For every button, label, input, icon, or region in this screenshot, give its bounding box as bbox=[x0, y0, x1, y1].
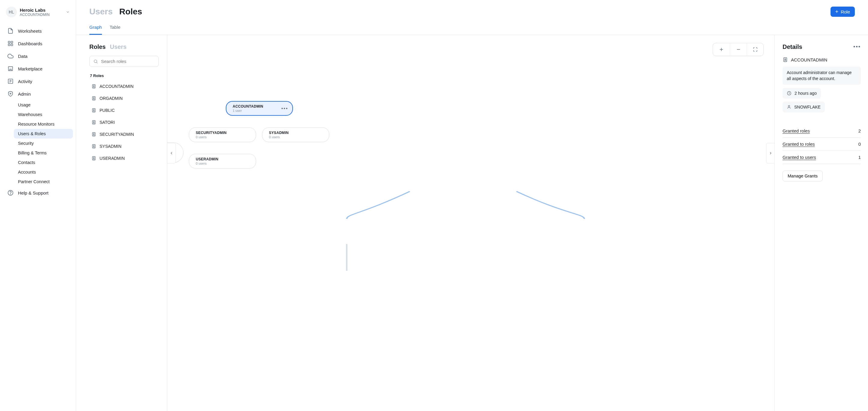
role-item-orgadmin[interactable]: ORGADMIN bbox=[89, 92, 163, 104]
nav-admin[interactable]: Admin bbox=[3, 88, 73, 100]
graph-node-useradmin[interactable]: USERADMIN 0 users bbox=[189, 154, 256, 168]
svg-point-26 bbox=[93, 157, 94, 158]
owner-label: SNOWFLAKE bbox=[794, 105, 820, 109]
role-item-satori[interactable]: SATORI bbox=[89, 116, 163, 128]
main: Users Roles + Role Graph Table Roles Use… bbox=[76, 0, 868, 411]
store-icon bbox=[7, 65, 14, 72]
subnav-accounts[interactable]: Accounts bbox=[14, 167, 73, 177]
subnav-partner-connect[interactable]: Partner Connect bbox=[14, 177, 73, 186]
nav-marketplace[interactable]: Marketplace bbox=[3, 62, 73, 75]
cloud-icon bbox=[7, 53, 14, 59]
nav-label: Admin bbox=[18, 91, 31, 97]
svg-rect-2 bbox=[11, 44, 13, 46]
role-item-public[interactable]: PUBLIC bbox=[89, 104, 163, 116]
node-sub: 0 users bbox=[269, 135, 323, 139]
svg-point-31 bbox=[785, 59, 786, 60]
nav-label: Marketplace bbox=[18, 66, 42, 71]
chevron-down-icon bbox=[66, 10, 70, 14]
node-title: SYSADMIN bbox=[269, 131, 323, 135]
granted-to-users-row[interactable]: Granted to users 1 bbox=[782, 151, 861, 164]
new-role-button[interactable]: + Role bbox=[831, 7, 855, 17]
breadcrumb: Users Roles bbox=[89, 7, 142, 17]
lp-tab-users[interactable]: Users bbox=[110, 43, 126, 50]
nav-data[interactable]: Data bbox=[3, 50, 73, 62]
svg-point-10 bbox=[10, 194, 11, 194]
svg-point-8 bbox=[10, 93, 11, 94]
nav-label: Activity bbox=[18, 79, 32, 84]
nav-label: Dashboards bbox=[18, 41, 42, 46]
lp-tab-roles[interactable]: Roles bbox=[89, 43, 105, 50]
nav-worksheets[interactable]: Worksheets bbox=[3, 25, 73, 37]
role-item-useradmin[interactable]: USERADMIN bbox=[89, 152, 163, 164]
grant-count: 2 bbox=[859, 128, 861, 133]
nav-dashboards[interactable]: Dashboards bbox=[3, 37, 73, 50]
user-icon bbox=[787, 105, 791, 109]
role-item-accountadmin[interactable]: ACCOUNTADMIN bbox=[89, 80, 163, 92]
graph-node-securityadmin[interactable]: SECURITYADMIN 0 users bbox=[189, 127, 256, 142]
role-label: SATORI bbox=[99, 120, 115, 125]
role-icon bbox=[91, 132, 97, 137]
worksheet-icon bbox=[7, 28, 14, 34]
details-time: 2 hours ago bbox=[782, 88, 821, 99]
subnav-billing[interactable]: Billing & Terms bbox=[14, 148, 73, 158]
tab-table[interactable]: Table bbox=[110, 25, 121, 35]
svg-point-16 bbox=[93, 97, 94, 98]
granted-to-roles-row[interactable]: Granted to roles 0 bbox=[782, 137, 861, 151]
graph-node-sysadmin[interactable]: SYSADMIN 0 users bbox=[262, 127, 329, 142]
subnav-usage[interactable]: Usage bbox=[14, 100, 73, 110]
svg-point-33 bbox=[788, 105, 790, 107]
role-icon bbox=[91, 156, 97, 161]
main-nav: Worksheets Dashboards Data Marketplace bbox=[3, 25, 73, 199]
role-label: ACCOUNTADMIN bbox=[99, 84, 133, 89]
grant-label: Granted to users bbox=[782, 155, 816, 160]
fullscreen-button[interactable] bbox=[747, 43, 763, 56]
collapse-right-button[interactable] bbox=[766, 143, 774, 163]
node-sub: 0 users bbox=[196, 162, 250, 165]
role-label: ORGADMIN bbox=[99, 96, 123, 101]
nav-label: Help & Support bbox=[18, 190, 49, 195]
node-sub: 1 user bbox=[232, 109, 287, 113]
subnav-contacts[interactable]: Contacts bbox=[14, 158, 73, 167]
breadcrumb-users[interactable]: Users bbox=[89, 7, 113, 17]
clock-icon bbox=[787, 91, 792, 96]
plus-icon: + bbox=[835, 9, 839, 14]
nav-label: Data bbox=[18, 54, 28, 59]
org-switcher[interactable]: HL Heroic Labs ACCOUNTADMIN bbox=[3, 5, 73, 22]
zoom-out-button[interactable] bbox=[730, 43, 747, 56]
more-icon[interactable]: ••• bbox=[281, 106, 288, 111]
subnav-warehouses[interactable]: Warehouses bbox=[14, 110, 73, 119]
org-role-label: ACCOUNTADMIN bbox=[20, 12, 63, 17]
graph-controls bbox=[713, 43, 764, 56]
role-label: USERADMIN bbox=[99, 156, 125, 161]
svg-point-14 bbox=[93, 86, 94, 86]
nav-activity[interactable]: Activity bbox=[3, 75, 73, 88]
granted-roles-row[interactable]: Granted roles 2 bbox=[782, 124, 861, 137]
role-item-sysadmin[interactable]: SYSADMIN bbox=[89, 140, 163, 152]
org-name: Heroic Labs bbox=[20, 7, 63, 12]
search-icon bbox=[93, 59, 98, 64]
graph-pane[interactable]: ACCOUNTADMIN 1 user ••• SECURITYADMIN 0 … bbox=[167, 35, 774, 411]
nav-label: Worksheets bbox=[18, 29, 42, 34]
node-sub: 0 users bbox=[196, 135, 250, 139]
tab-graph[interactable]: Graph bbox=[89, 25, 102, 35]
collapse-left-button[interactable] bbox=[167, 143, 176, 163]
dashboard-icon bbox=[7, 40, 14, 47]
grant-label: Granted to roles bbox=[782, 141, 815, 147]
zoom-in-button[interactable] bbox=[713, 43, 730, 56]
role-icon bbox=[782, 57, 788, 62]
manage-grants-button[interactable]: Manage Grants bbox=[782, 170, 823, 181]
role-label: SECURITYADMIN bbox=[99, 132, 134, 137]
details-more-icon[interactable]: ••• bbox=[853, 44, 861, 50]
role-item-securityadmin[interactable]: SECURITYADMIN bbox=[89, 128, 163, 140]
details-pane: Details ••• ACCOUNTADMIN Account adminis… bbox=[774, 35, 868, 411]
subnav-resource-monitors[interactable]: Resource Monitors bbox=[14, 119, 73, 129]
svg-point-20 bbox=[93, 121, 94, 122]
svg-line-12 bbox=[97, 62, 97, 63]
nav-help[interactable]: Help & Support bbox=[3, 186, 73, 199]
search-input[interactable] bbox=[101, 59, 158, 64]
search-box[interactable] bbox=[89, 56, 159, 67]
subnav-users-roles[interactable]: Users & Roles bbox=[14, 129, 73, 138]
role-icon bbox=[91, 84, 97, 89]
graph-node-accountadmin[interactable]: ACCOUNTADMIN 1 user ••• bbox=[226, 101, 293, 116]
subnav-security[interactable]: Security bbox=[14, 138, 73, 148]
